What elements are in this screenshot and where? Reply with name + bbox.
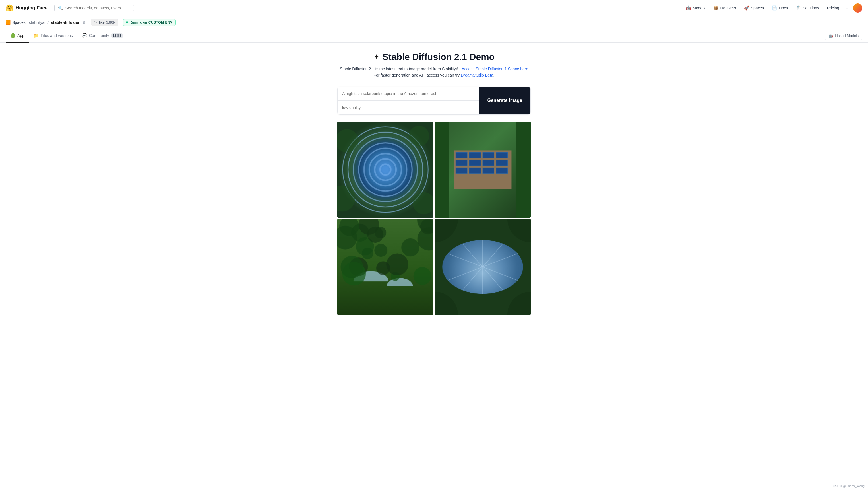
tab-app-label: App: [17, 33, 25, 38]
nav-spaces-label: Spaces: [751, 6, 764, 10]
nav-models[interactable]: 🤖 Models: [682, 4, 709, 12]
nav-docs[interactable]: 📄 Docs: [769, 4, 791, 12]
dreamstudio-link[interactable]: DreamStudio Beta: [461, 73, 493, 78]
breadcrumb: 🟧 Spaces: stabilityai / stable-diffusion…: [0, 16, 868, 29]
linked-models-button[interactable]: 🤖 Linked Models: [825, 32, 862, 40]
heart-icon: ♡: [94, 20, 98, 25]
linked-models-icon: 🤖: [829, 34, 833, 38]
breadcrumb-repo[interactable]: stable-diffusion: [51, 20, 81, 25]
nav-pricing-label: Pricing: [827, 6, 839, 10]
nav-datasets[interactable]: 📦 Datasets: [710, 4, 739, 12]
spaces-emoji: 🟧: [6, 20, 10, 25]
image-grid: [337, 121, 531, 315]
demo-inputs: Generate image: [338, 87, 530, 114]
spaces-text: Spaces:: [12, 20, 27, 25]
datasets-icon: 📦: [713, 5, 719, 10]
status-badge: Running on CUSTOM ENV: [123, 19, 176, 26]
tabs-bar: 🟢 App 📁 Files and versions 💬 Community 1…: [0, 29, 868, 43]
app-title-text: Stable Diffusion 2.1 Demo: [382, 52, 495, 62]
more-options-button[interactable]: ⋯: [813, 31, 823, 41]
tab-community-icon: 💬: [82, 33, 87, 38]
tab-files[interactable]: 📁 Files and versions: [29, 29, 78, 43]
docs-icon: 📄: [772, 5, 777, 10]
nav-datasets-label: Datasets: [720, 6, 736, 10]
app-title: ✦ Stable Diffusion 2.1 Demo: [373, 52, 495, 62]
image-cell-1: [337, 121, 433, 218]
tab-files-icon: 📁: [34, 33, 39, 38]
tab-files-label: Files and versions: [41, 33, 73, 38]
user-avatar[interactable]: [853, 3, 862, 12]
image-cell-2: [435, 121, 531, 218]
nav-menu-icon[interactable]: ≡: [844, 4, 850, 12]
search-input[interactable]: [65, 6, 130, 10]
tab-community-label: Community: [89, 33, 109, 38]
navbar: 🤗 Hugging Face 🔍 🤖 Models 📦 Datasets 🚀 S…: [0, 0, 868, 16]
nav-spaces[interactable]: 🚀 Spaces: [741, 4, 768, 12]
solutions-icon: 📋: [796, 5, 801, 10]
nav-docs-label: Docs: [779, 6, 788, 10]
spaces-icon: 🚀: [744, 5, 749, 10]
nav-pricing[interactable]: Pricing: [824, 4, 843, 12]
search-icon: 🔍: [58, 6, 63, 10]
tabs-right: ⋯ 🤖 Linked Models: [813, 31, 862, 41]
linked-models-label: Linked Models: [835, 34, 859, 38]
spaces-label: 🟧 Spaces:: [6, 20, 27, 25]
tab-community[interactable]: 💬 Community 13388: [78, 29, 128, 43]
status-env: CUSTOM ENV: [149, 21, 173, 25]
copy-icon[interactable]: ⧉: [83, 20, 85, 25]
nav-items: 🤖 Models 📦 Datasets 🚀 Spaces 📄 Docs 📋 So…: [682, 3, 862, 12]
app-title-icon: ✦: [373, 53, 380, 61]
models-icon: 🤖: [686, 5, 691, 10]
negative-prompt-input[interactable]: [338, 101, 479, 114]
search-box[interactable]: 🔍: [54, 4, 134, 12]
image-cell-3: [337, 219, 433, 315]
status-text: Running on: [129, 21, 147, 25]
like-button[interactable]: ♡ like 5.96k: [91, 19, 118, 26]
breadcrumb-user[interactable]: stabilityai: [29, 20, 45, 25]
demo-box: Generate image: [337, 87, 531, 115]
breadcrumb-separator: /: [48, 20, 49, 25]
input-fields: [338, 87, 479, 114]
brand-logo[interactable]: 🤗 Hugging Face: [6, 4, 48, 12]
like-count: 5.96k: [106, 20, 116, 25]
nav-solutions-label: Solutions: [803, 6, 819, 10]
like-label: like: [99, 20, 105, 25]
app-description: Stable Diffusion 2.1 is the latest text-…: [340, 66, 528, 79]
nav-models-label: Models: [692, 6, 705, 10]
tab-app[interactable]: 🟢 App: [6, 29, 29, 43]
main-content: ✦ Stable Diffusion 2.1 Demo Stable Diffu…: [0, 43, 868, 324]
brand-emoji: 🤗: [6, 4, 13, 12]
tab-app-icon: 🟢: [10, 33, 16, 38]
access-link[interactable]: Access Stable Diffusion 1 Space here: [462, 66, 528, 71]
status-dot: [126, 21, 128, 23]
brand-name: Hugging Face: [16, 5, 48, 11]
tab-community-badge: 13388: [111, 33, 124, 38]
nav-solutions[interactable]: 📋 Solutions: [792, 4, 823, 12]
prompt-input[interactable]: [338, 87, 479, 101]
tabs-list: 🟢 App 📁 Files and versions 💬 Community 1…: [6, 29, 813, 42]
image-cell-4: [435, 219, 531, 315]
generate-button[interactable]: Generate image: [479, 87, 530, 114]
